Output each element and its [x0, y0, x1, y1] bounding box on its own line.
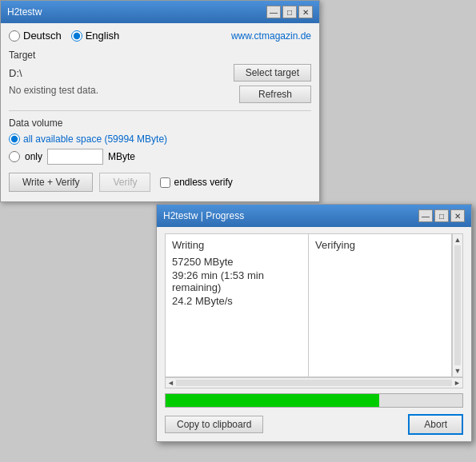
progress-bar-container: [165, 393, 463, 408]
language-options: Deutsch English: [9, 30, 119, 42]
mbyte-input[interactable]: [47, 149, 103, 165]
english-option[interactable]: English: [71, 30, 120, 42]
progress-bottom-row: Copy to clipboard Abort: [165, 414, 463, 435]
progress-close-button[interactable]: ✕: [450, 209, 465, 222]
time-stat: 39:26 min (1:53 min remaining): [172, 269, 302, 293]
refresh-button[interactable]: Refresh: [239, 86, 311, 103]
select-target-button[interactable]: Select target: [234, 64, 311, 82]
progress-columns-wrapper: Writing 57250 MByte 39:26 min (1:53 min …: [165, 233, 463, 377]
deutsch-radio[interactable]: [9, 30, 20, 42]
action-row: Write + Verify Verify endless verify: [9, 173, 311, 192]
verifying-header: Verifying: [315, 239, 445, 251]
main-title-buttons: — □ ✕: [266, 6, 313, 18]
copy-clipboard-button[interactable]: Copy to clipboard: [165, 416, 263, 433]
scroll-up-arrow[interactable]: ▲: [454, 236, 462, 244]
main-title-bar: H2testw — □ ✕: [1, 1, 319, 23]
endless-verify-checkbox[interactable]: [160, 177, 170, 188]
no-data-text: No existing test data.: [9, 85, 98, 96]
only-radio[interactable]: [9, 151, 20, 162]
data-volume-section: Data volume all available space (59994 M…: [9, 117, 311, 165]
vertical-scrollbar[interactable]: ▲ ▼: [452, 233, 463, 377]
scroll-down-arrow[interactable]: ▼: [454, 367, 462, 375]
writing-column: Writing 57250 MByte 39:26 min (1:53 min …: [165, 233, 308, 377]
target-label: Target: [9, 50, 311, 61]
refresh-row: No existing test data. Refresh: [9, 85, 311, 104]
mbyte-stat: 57250 MByte: [172, 256, 302, 268]
data-volume-label: Data volume: [9, 117, 311, 129]
progress-window-title: H2testw | Progress: [163, 210, 244, 221]
horizontal-scrollbar[interactable]: ◄ ►: [165, 377, 463, 388]
scroll-right-arrow[interactable]: ►: [454, 379, 461, 387]
target-row: D:\ Select target: [9, 64, 311, 82]
only-row: only MByte: [9, 149, 311, 165]
all-space-radio[interactable]: [9, 133, 20, 145]
website-link[interactable]: www.ctmagazin.de: [231, 30, 311, 42]
target-section: Target D:\ Select target No existing tes…: [9, 50, 311, 104]
mbyte-label: MByte: [108, 151, 135, 162]
main-maximize-button[interactable]: □: [282, 6, 297, 18]
all-space-label: all available space (59994 MByte): [23, 133, 167, 145]
deutsch-label: Deutsch: [23, 30, 62, 42]
main-close-button[interactable]: ✕: [298, 6, 313, 18]
main-window-title: H2testw: [7, 6, 42, 18]
verifying-column: Verifying: [308, 233, 452, 377]
progress-title-bar: H2testw | Progress — □ ✕: [157, 205, 471, 227]
endless-verify-row: endless verify: [160, 177, 232, 188]
progress-window: H2testw | Progress — □ ✕ Writing 57250 M…: [156, 204, 472, 442]
speed-stat: 24.2 MByte/s: [172, 295, 302, 307]
all-space-row: all available space (59994 MByte): [9, 133, 311, 145]
writing-header: Writing: [172, 239, 302, 251]
progress-title-buttons: — □ ✕: [418, 209, 465, 222]
main-window: H2testw — □ ✕ Deutsch English www.ctmaga…: [0, 0, 320, 202]
main-minimize-button[interactable]: —: [266, 6, 281, 18]
progress-bar-fill: [166, 394, 379, 407]
endless-verify-label: endless verify: [174, 177, 232, 188]
divider: [9, 110, 311, 111]
abort-button[interactable]: Abort: [408, 414, 463, 435]
verify-button: Verify: [99, 173, 150, 192]
progress-minimize-button[interactable]: —: [418, 209, 433, 222]
write-verify-button[interactable]: Write + Verify: [9, 173, 93, 192]
hscroll-track: [176, 380, 452, 386]
scroll-track: [454, 245, 461, 365]
only-label: only: [25, 151, 42, 162]
scroll-left-arrow[interactable]: ◄: [167, 379, 174, 387]
progress-maximize-button[interactable]: □: [434, 209, 449, 222]
english-label: English: [86, 30, 120, 42]
language-row: Deutsch English www.ctmagazin.de: [9, 30, 311, 42]
deutsch-option[interactable]: Deutsch: [9, 30, 62, 42]
target-path: D:\: [9, 67, 22, 79]
english-radio[interactable]: [71, 30, 82, 42]
